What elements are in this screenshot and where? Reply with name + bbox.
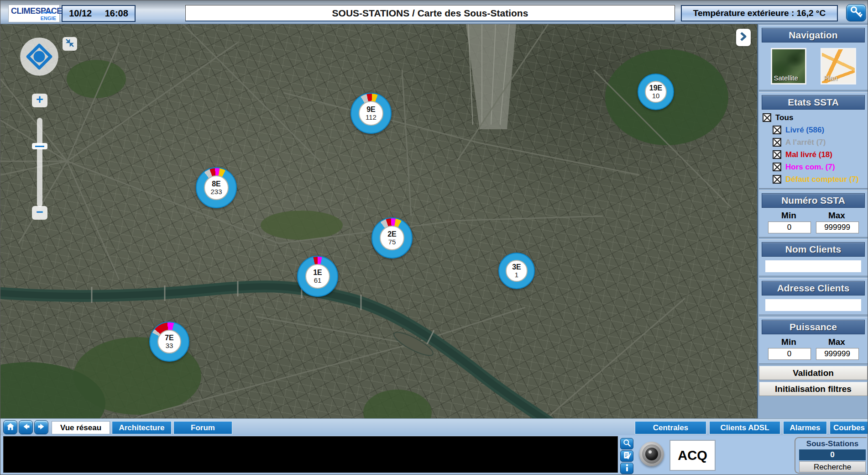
nom-clients-input[interactable] <box>765 260 861 272</box>
recherche-button[interactable]: Recherche <box>799 461 866 472</box>
map-marker-8E[interactable]: 8E233 <box>196 167 237 208</box>
puissance-min-label: Min <box>781 337 796 347</box>
etat-row-defaut-compteur: Défaut compteur (7) <box>759 173 868 185</box>
etat-label-livre: Livré (586) <box>785 126 824 135</box>
map-style-plan[interactable]: Plan <box>821 48 856 84</box>
collapse-icon <box>65 38 75 50</box>
etats-ssta-header: Etats SSTA <box>762 95 865 110</box>
tab-vue-reseau[interactable]: Vue réseau <box>52 421 110 434</box>
map-pan-control[interactable] <box>20 37 59 78</box>
checkbox-hors-com[interactable] <box>773 163 781 171</box>
map-marker-1E[interactable]: 1E61 <box>297 256 338 297</box>
map-marker-3E[interactable]: 3E1 <box>498 253 535 289</box>
marker-label-8E: 8E233 <box>204 175 228 200</box>
key-icon <box>849 5 863 21</box>
numero-max-input[interactable] <box>816 222 859 233</box>
etat-label-defaut-compteur: Défaut compteur (7) <box>785 175 859 184</box>
edit-report-icon <box>622 451 632 462</box>
puissance-header: Puissance <box>762 320 865 334</box>
map-marker-7E[interactable]: 7E33 <box>149 322 189 362</box>
chevron-right-icon <box>739 31 748 44</box>
etat-label-hors-com: Hors com. (7) <box>785 163 835 172</box>
validation-button[interactable]: Validation <box>759 366 868 380</box>
home-icon <box>5 422 16 433</box>
adresse-clients-input[interactable] <box>765 299 861 311</box>
back-button[interactable] <box>19 420 33 434</box>
search-icon <box>622 438 632 449</box>
checkbox-livre[interactable] <box>773 126 781 134</box>
etat-label-arret: A l'arrêt (7) <box>785 138 826 147</box>
marker-label-3E: 3E1 <box>506 260 527 281</box>
checkbox-defaut-compteur[interactable] <box>773 175 781 184</box>
zoom-slider-handle[interactable] <box>32 143 47 149</box>
forward-button[interactable] <box>34 420 48 434</box>
date-value: 10/12 <box>69 8 92 19</box>
info-button[interactable] <box>620 463 633 474</box>
tab-centrales[interactable]: Centrales <box>635 421 706 434</box>
marker-label-9E: 9E112 <box>359 101 383 125</box>
engie-swoosh-icon <box>41 12 55 16</box>
etat-label-tous: Tous <box>775 113 793 122</box>
sous-stations-counter-panel: Sous-Stations 0 Recherche <box>795 437 867 474</box>
etat-row-tous: Tous <box>759 111 868 124</box>
logo-subtitle: ENGIE <box>41 16 56 21</box>
nom-clients-panel: Nom Clients <box>759 239 868 276</box>
zoom-slider-track[interactable] <box>37 118 42 207</box>
puissance-max-label: Max <box>828 337 845 347</box>
page-title: SOUS-STATIONS / Carte des Sous-Stations <box>185 5 675 21</box>
outdoor-temperature: Température extérieure : 16,2 °C <box>681 5 838 21</box>
speaker-icon[interactable] <box>639 442 664 466</box>
numero-min-label: Min <box>781 211 796 221</box>
etat-row-arret: A l'arrêt (7) <box>759 136 868 148</box>
checkbox-arret[interactable] <box>773 138 781 147</box>
report-button[interactable] <box>620 450 633 462</box>
adresse-clients-header: Adresse Clients <box>762 281 865 296</box>
etat-row-mal-livre: Mal livré (18) <box>759 148 868 161</box>
filter-sidebar: Navigation Satellite Plan Etats SSTA Tou… <box>757 24 868 418</box>
puissance-max-input[interactable] <box>816 348 859 360</box>
counter-title: Sous-Stations <box>799 439 866 449</box>
tab-alarmes[interactable]: Alarmes <box>783 421 827 434</box>
checkbox-mal-livre[interactable] <box>773 150 781 159</box>
tab-forum[interactable]: Forum <box>173 421 232 434</box>
marker-label-19E: 19E10 <box>645 81 666 102</box>
sidebar-expand-button[interactable] <box>736 29 751 46</box>
acq-acknowledge-button[interactable]: ACQ <box>669 440 716 471</box>
search-button[interactable] <box>620 438 633 449</box>
tab-architecture[interactable]: Architecture <box>112 421 172 434</box>
numero-min-input[interactable] <box>768 222 811 233</box>
satellite-label: Satellite <box>774 74 798 82</box>
status-bar: ACQ Sous-Stations 0 Recherche <box>0 435 868 475</box>
map-marker-19E[interactable]: 19E10 <box>638 74 674 110</box>
datetime-display: 10/12 16:08 <box>62 5 136 22</box>
tab-clients-adsl[interactable]: Clients ADSL <box>709 421 780 434</box>
navigation-panel: Navigation Satellite Plan <box>759 25 868 90</box>
tab-courbes[interactable]: Courbes <box>830 421 868 434</box>
counter-value: 0 <box>799 449 866 460</box>
application-window: CLIMESPACE ENGIE 10/12 16:08 SOUS-STATIO… <box>0 0 868 475</box>
time-value: 16:08 <box>105 8 128 19</box>
etats-ssta-panel: Etats SSTA Tous Livré (586) A l'arrêt (7… <box>759 92 868 189</box>
checkbox-tous[interactable] <box>763 113 771 122</box>
logo-title: CLIMESPACE <box>11 6 62 16</box>
top-bar: CLIMESPACE ENGIE 10/12 16:08 SOUS-STATIO… <box>0 0 868 24</box>
adresse-clients-panel: Adresse Clients <box>759 278 868 315</box>
etat-label-mal-livre: Mal livré (18) <box>785 150 832 159</box>
info-icon <box>623 463 631 474</box>
map-marker-2E[interactable]: 2E75 <box>371 217 413 259</box>
puissance-min-input[interactable] <box>768 348 811 360</box>
map-marker-9E[interactable]: 9E112 <box>350 93 392 134</box>
zoom-in-button[interactable]: + <box>32 94 47 107</box>
marker-label-7E: 7E33 <box>157 330 181 354</box>
init-filters-button[interactable]: Initialisation filtres <box>759 382 868 396</box>
map-style-satellite[interactable]: Satellite <box>771 48 806 84</box>
home-button[interactable] <box>3 420 17 434</box>
collapse-map-controls-button[interactable] <box>63 37 77 51</box>
navigation-header: Navigation <box>762 28 865 42</box>
puissance-panel: Puissance Min Max <box>759 317 868 364</box>
zoom-out-button[interactable]: − <box>32 206 47 220</box>
paris-satellite-map[interactable]: + − 9E11219E108E2332E753E11E617E33 <box>0 24 757 418</box>
etat-row-hors-com: Hors com. (7) <box>759 161 868 173</box>
key-login-button[interactable] <box>846 4 866 21</box>
numero-max-label: Max <box>828 211 845 221</box>
